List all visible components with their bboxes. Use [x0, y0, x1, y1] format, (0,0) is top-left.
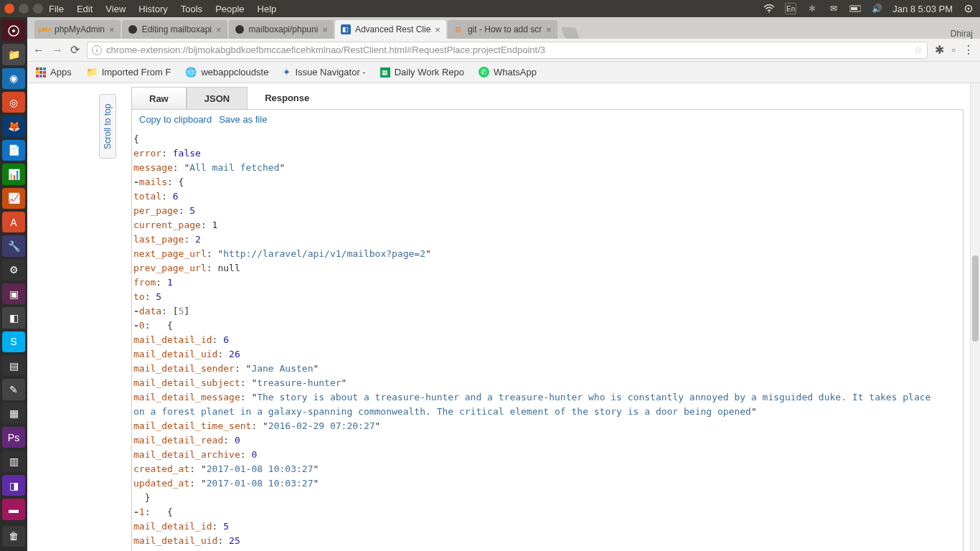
site-info-icon[interactable]: i [92, 45, 102, 55]
unity-launcher[interactable]: 📁 ◉ ◎ 🦊 📄 📊 📈 A 🔧 ⚙ ▣ ◧ S ▤ ✎ ▦ Ps ▥ ◨ ▬… [0, 17, 27, 551]
collapse-toggle[interactable]: - [133, 507, 139, 517]
bookmark-star-icon[interactable]: ☆ [914, 44, 923, 55]
wifi-icon[interactable] [763, 3, 775, 14]
launcher-app8[interactable]: ▥ [2, 451, 25, 471]
response-panel: Raw JSON Response Copy to clipboard Save… [131, 87, 963, 551]
back-button[interactable]: ← [33, 44, 44, 57]
reload-button[interactable]: ⟳ [70, 43, 80, 57]
launcher-app3[interactable]: ◧ [2, 307, 25, 328]
collapse-toggle[interactable]: - [133, 306, 139, 316]
tab-response-label: Response [248, 87, 326, 109]
system-tray[interactable]: En ✱ ✉ 🔊 Jan 8 5:03 PM [763, 3, 980, 14]
tab-github2[interactable]: mailboxapi/phpuni× [229, 20, 334, 39]
whatsapp-icon: ✆ [479, 67, 489, 77]
close-icon[interactable]: × [216, 24, 222, 35]
close-icon[interactable]: × [546, 24, 552, 35]
bookmark-sheets[interactable]: ▦Daily Work Repo [380, 67, 464, 77]
collapse-toggle[interactable]: - [133, 176, 139, 187]
bookmark-webapp[interactable]: 🌐webappcloudste [185, 67, 268, 77]
svg-point-8 [128, 25, 137, 34]
sheets-icon: ▦ [380, 67, 390, 77]
launcher-files[interactable]: 📁 [2, 44, 25, 65]
launcher-app4[interactable]: ▤ [2, 355, 25, 376]
scrollbar-thumb[interactable] [972, 255, 979, 342]
save-file-link[interactable]: Save as file [219, 114, 267, 125]
launcher-app6[interactable]: ▦ [2, 403, 25, 424]
response-tabs: Raw JSON Response [131, 87, 963, 110]
bookmarks-bar: Apps 📁Imported From F 🌐webappcloudste ✦I… [27, 62, 980, 83]
bookmark-folder[interactable]: 📁Imported From F [86, 67, 171, 77]
window-controls[interactable] [0, 4, 44, 14]
app-menu[interactable]: FileEditView HistoryToolsPeople Help [44, 4, 276, 14]
vertical-scrollbar[interactable] [970, 83, 980, 551]
json-viewer: { error: false message: "All mail fetche… [131, 129, 963, 551]
launcher-app7[interactable]: Ps [2, 427, 25, 448]
bookmark-whatsapp[interactable]: ✆WhatsApp [479, 67, 537, 77]
tab-github1[interactable]: Editing mailboxapi× [122, 20, 227, 39]
clock[interactable]: Jan 8 5:03 PM [892, 4, 953, 14]
tab-strip: pMAphpMyAdmin× Editing mailboxapi× mailb… [27, 17, 980, 39]
ubuntu-menubar: FileEditView HistoryToolsPeople Help En … [0, 0, 980, 17]
close-icon[interactable]: × [322, 24, 328, 35]
launcher-firefox[interactable]: 🦊 [2, 116, 25, 136]
browser-window: pMAphpMyAdmin× Editing mailboxapi× mailb… [27, 17, 980, 551]
site-icon: 🌐 [185, 67, 197, 77]
launcher-calc[interactable]: 📊 [2, 164, 25, 184]
chrome-menu[interactable]: ⋮ [963, 43, 974, 57]
svg-point-5 [968, 8, 970, 10]
launcher-app1[interactable]: 🔧 [2, 235, 25, 256]
copy-clipboard-link[interactable]: Copy to clipboard [139, 114, 212, 125]
profile-badge[interactable]: Dhiraj [943, 27, 980, 39]
tab-json[interactable]: JSON [187, 87, 248, 109]
launcher-skype[interactable]: S [2, 331, 25, 352]
launcher-ubuntu[interactable]: ◎ [2, 92, 25, 113]
launcher-app9[interactable]: ◨ [2, 475, 25, 496]
folder-icon: 📁 [86, 67, 98, 77]
forward-button: → [52, 44, 63, 57]
svg-point-7 [12, 29, 15, 32]
svg-rect-3 [851, 7, 857, 10]
bookmark-apps[interactable]: Apps [36, 67, 72, 77]
launcher-app5[interactable]: ✎ [2, 379, 25, 400]
lang-indicator[interactable]: En [785, 3, 796, 14]
tab-stackoverflow[interactable]: ≣git - How to add scr× [448, 20, 557, 39]
launcher-dash[interactable] [2, 20, 25, 41]
tab-raw[interactable]: Raw [131, 87, 187, 109]
browser-toolbar: ← → ⟳ i chrome-extension://bljmokabgbdko… [27, 39, 980, 62]
launcher-chromium[interactable]: ◉ [2, 68, 25, 89]
close-icon[interactable]: × [435, 24, 440, 35]
extension-icon[interactable]: ✱ [935, 43, 944, 57]
launcher-app10[interactable]: ▬ [2, 499, 25, 519]
launcher-writer[interactable]: 📄 [2, 140, 25, 161]
bookmark-jira[interactable]: ✦Issue Navigator - [283, 67, 365, 77]
scroll-to-top[interactable]: Scroll to top [99, 94, 116, 159]
tab-phpmyadmin[interactable]: pMAphpMyAdmin× [34, 20, 121, 39]
tab-arc[interactable]: ◧Advanced Rest Clie× [335, 20, 446, 39]
svg-point-0 [768, 11, 770, 13]
url-text: chrome-extension://bljmokabgbdkoefbmccae… [106, 44, 545, 55]
mail-icon[interactable]: ✉ [828, 3, 839, 14]
launcher-app2[interactable]: ⚙ [2, 260, 25, 281]
extension-icon-2[interactable]: ▫ [951, 44, 956, 57]
launcher-trash[interactable]: 🗑 [2, 526, 25, 547]
address-bar[interactable]: i chrome-extension://bljmokabgbdkoefbmcc… [87, 42, 928, 59]
collapse-toggle[interactable]: - [133, 320, 139, 331]
jira-icon: ✦ [283, 67, 291, 77]
launcher-terminal[interactable]: ▣ [2, 283, 25, 304]
close-icon[interactable]: × [109, 24, 115, 35]
battery-icon[interactable] [849, 3, 861, 14]
new-tab-button[interactable] [561, 27, 580, 39]
svg-point-9 [235, 25, 244, 34]
response-actions: Copy to clipboard Save as file [131, 110, 963, 129]
volume-icon[interactable]: 🔊 [871, 3, 882, 14]
page-content: Scroll to top Raw JSON Response Copy to … [27, 83, 980, 551]
bluetooth-icon[interactable]: ✱ [806, 3, 818, 14]
launcher-impress[interactable]: 📈 [2, 188, 25, 209]
gear-icon[interactable] [963, 3, 974, 14]
launcher-software[interactable]: A [2, 212, 25, 232]
